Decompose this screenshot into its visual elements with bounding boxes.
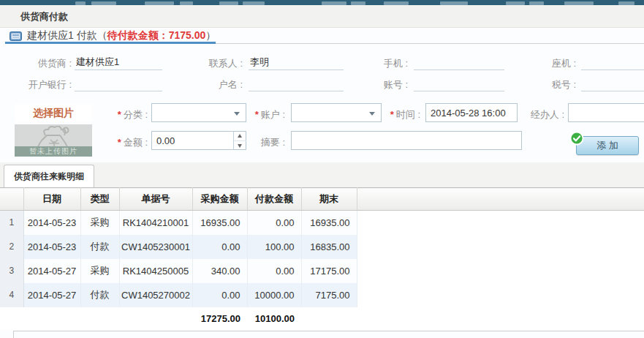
cell-payment: 10000.00 (247, 283, 301, 307)
check-circle-icon (569, 131, 584, 146)
amount-label: 金额 : (124, 137, 148, 148)
cell-purchase: 340.00 (192, 259, 247, 283)
time-input[interactable] (425, 103, 518, 122)
required-mark: * (118, 137, 121, 148)
bottom-panel-divider (13, 331, 14, 338)
summary-input[interactable] (291, 131, 522, 150)
row-number: 3 (0, 259, 23, 283)
cell-type: 付款 (80, 283, 119, 307)
required-mark: * (390, 109, 394, 120)
cell-doc-no: CW1405230001 (119, 235, 192, 259)
chevron-down-icon (369, 112, 375, 116)
cell-purchase: 0.00 (192, 235, 247, 259)
cell-balance: 16935.00 (301, 211, 357, 235)
section-active-underline (5, 42, 216, 44)
no-image-caption: 暂未上传图片 (15, 146, 92, 157)
section-divider (216, 43, 644, 44)
total-purchase: 17275.00 (192, 307, 247, 330)
landline-input[interactable] (581, 54, 644, 70)
landline-label: 座机 : (512, 57, 576, 70)
cell-payment: 0.00 (247, 259, 301, 283)
contact-label: 联系人 : (175, 57, 243, 70)
col-date: 日期 (23, 188, 80, 211)
col-payment: 付款金额 (247, 188, 301, 211)
account-name-input[interactable] (249, 75, 344, 91)
section-title-prefix: 建材供应1 付款（ (27, 29, 107, 41)
table-row[interactable]: 2 2014-05-23 付款 CW1405230001 0.00 100.00… (0, 235, 644, 259)
cell-payment: 0.00 (247, 211, 301, 235)
table-row[interactable]: 3 2014-05-27 采购 RK1404250005 340.00 0.00… (0, 259, 644, 283)
bank-input[interactable] (75, 75, 162, 91)
required-mark: * (255, 109, 259, 120)
bank-label: 开户银行 : (13, 78, 72, 91)
cell-type: 采购 (80, 211, 119, 235)
supplier-payment-page: 供货商付款 建材供应1 付款（待付款金额：7175.00） 供货商 : 联系人 … (0, 0, 644, 338)
row-number: 4 (0, 283, 23, 307)
col-type: 类型 (80, 188, 119, 211)
row-number: 1 (0, 211, 23, 235)
amount-input[interactable] (152, 132, 231, 149)
cell-payment: 100.00 (247, 235, 301, 259)
cell-purchase: 0.00 (192, 283, 247, 307)
ledger-table: 日期 类型 单据号 采购金额 付款金额 期末 1 2014-05-23 采购 R… (0, 187, 644, 330)
cell-date: 2014-05-27 (23, 283, 80, 307)
time-label: 时间 : (396, 109, 420, 120)
top-nav-bar (0, 0, 644, 5)
cell-date: 2014-05-27 (23, 259, 80, 283)
tax-no-label: 税号 : (512, 78, 576, 91)
col-purchase: 采购金额 (192, 188, 247, 211)
cell-balance: 17175.00 (301, 259, 357, 283)
cell-doc-no: RK1404210001 (119, 211, 192, 235)
col-balance: 期末 (301, 188, 357, 211)
mobile-input[interactable] (414, 54, 504, 70)
operator-input[interactable] (568, 103, 644, 122)
cell-type: 采购 (80, 259, 119, 283)
account-no-input[interactable] (414, 75, 504, 91)
tab-supplier-ledger[interactable]: 供货商往来账明细 (4, 165, 94, 187)
section-title-suffix: ） (205, 29, 216, 41)
row-number: 2 (0, 235, 23, 259)
category-select[interactable] (151, 103, 246, 122)
page-header: 供货商付款 (0, 5, 644, 28)
col-doc-no: 单据号 (119, 188, 192, 211)
pending-amount: 待付款金额：7175.00 (107, 29, 206, 41)
account-select[interactable] (291, 103, 382, 122)
totals-row: 17275.00 10100.00 (0, 307, 644, 330)
cell-balance: 16835.00 (301, 235, 357, 259)
cell-date: 2014-05-23 (23, 211, 80, 235)
table-row[interactable]: 1 2014-05-23 采购 RK1404210001 16935.00 0.… (0, 211, 644, 235)
cell-doc-no: RK1404250005 (119, 259, 192, 283)
cell-purchase: 16935.00 (192, 211, 247, 235)
cell-balance: 7175.00 (301, 283, 357, 307)
chevron-down-icon (234, 112, 240, 116)
cell-type: 付款 (80, 235, 119, 259)
account-no-label: 账号 : (344, 78, 408, 91)
category-label: 分类 : (124, 109, 148, 120)
col-row-number (0, 188, 23, 211)
amount-stepper (151, 131, 246, 150)
total-payment: 10100.00 (247, 307, 301, 330)
supplier-label: 供货商 : (13, 57, 72, 70)
account-name-label: 户名 : (175, 78, 243, 91)
mobile-label: 手机 : (344, 57, 408, 70)
account-label: 账户 : (261, 109, 285, 120)
contact-input[interactable] (249, 54, 344, 70)
select-image-button[interactable]: 选择图片 (15, 104, 92, 122)
cell-doc-no: CW1405270002 (119, 283, 192, 307)
add-button[interactable]: 添 加 (576, 136, 639, 155)
table-header-row: 日期 类型 单据号 采购金额 付款金额 期末 (0, 188, 644, 211)
col-filler (357, 188, 644, 211)
table-row[interactable]: 4 2014-05-27 付款 CW1405270002 0.00 10000.… (0, 283, 644, 307)
summary-label: 摘要 : (241, 136, 285, 149)
supplier-input[interactable] (75, 54, 162, 70)
bottom-panel-divider (13, 331, 644, 331)
cell-date: 2014-05-23 (23, 235, 80, 259)
tax-no-input[interactable] (581, 75, 644, 91)
page-title: 供货商付款 (20, 5, 68, 28)
required-mark: * (118, 109, 121, 120)
section-title: 建材供应1 付款（待付款金额：7175.00） (27, 29, 216, 42)
operator-label: 经办人 : (519, 108, 564, 121)
image-placeholder[interactable]: 暂未上传图片 (15, 124, 92, 157)
detail-tab-strip: 供货商往来账明细 (0, 162, 644, 187)
